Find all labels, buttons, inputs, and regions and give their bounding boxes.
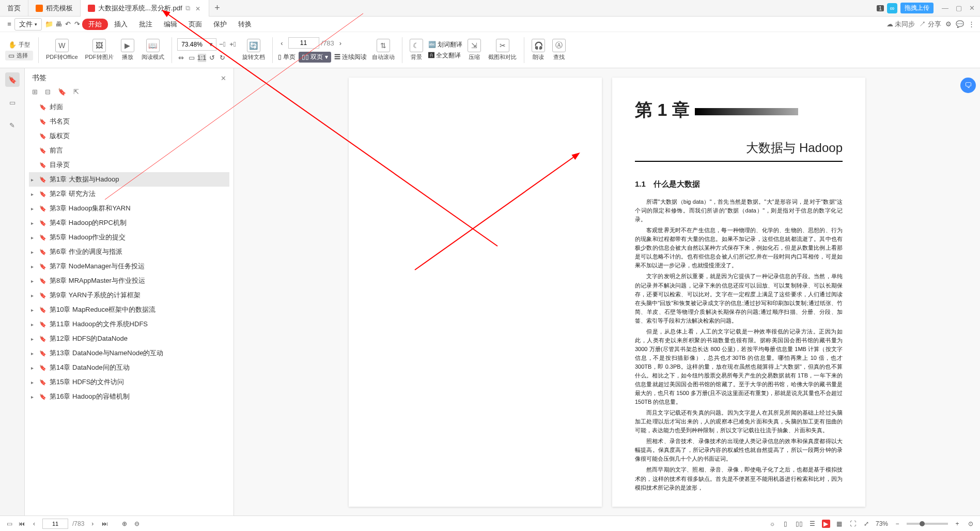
prev-page-icon[interactable]: ‹ xyxy=(278,39,286,47)
tab-pdf[interactable]: 大数据处理系统...景分析.pdf ⧉ ✕ xyxy=(81,0,209,17)
status-add-page-icon[interactable]: ⊕ xyxy=(120,520,129,528)
bookmark-item[interactable]: ▸🔖第3章 Hadoop集群和YARN xyxy=(29,201,229,216)
bookmark-item[interactable]: 🔖版权页 xyxy=(29,129,229,143)
double-page[interactable]: ▯▯ 双页 ▾ xyxy=(299,52,331,63)
zoom-combo[interactable]: ▾ xyxy=(177,38,216,51)
bookmark-item[interactable]: ▸🔖第14章 DataNode间的互动 xyxy=(29,360,229,375)
bookmark-item[interactable]: ▸🔖第11章 Hadoop的文件系统HDFS xyxy=(29,317,229,331)
panel-close-icon[interactable]: ✕ xyxy=(221,74,226,82)
bookmark-item[interactable]: ▸🔖第16章 Hadoop的容错机制 xyxy=(29,389,229,404)
continuous-read[interactable]: ☰ 连续阅读 xyxy=(334,53,367,62)
new-tab-button[interactable]: + xyxy=(209,3,226,13)
compress[interactable]: ⇲压缩 xyxy=(465,39,483,61)
status-last-icon[interactable]: ⏭ xyxy=(101,520,109,528)
page-input[interactable] xyxy=(288,37,319,49)
view-fit-icon[interactable]: ⛶ xyxy=(849,520,857,528)
menu-icon[interactable]: ≡ xyxy=(5,20,13,28)
bookmark-item[interactable]: ▸🔖第15章 HDFS的文件访问 xyxy=(29,375,229,389)
full-translate[interactable]: 🅰 全文翻译 xyxy=(428,51,462,60)
single-page[interactable]: ▯ 单页 xyxy=(278,53,295,62)
bm-collapse-icon[interactable]: ⊟ xyxy=(45,88,51,96)
bookmark-item[interactable]: ▸🔖第9章 YARN子系统的计算框架 xyxy=(29,288,229,302)
actual-size-icon[interactable]: 1:1 xyxy=(198,54,206,62)
rail-bookmark-icon[interactable]: 🔖 xyxy=(5,72,20,87)
status-panel-icon[interactable]: ▭ xyxy=(5,520,13,528)
bookmark-item[interactable]: ▸🔖第1章 大数据与Hadoop xyxy=(29,172,229,187)
play-button[interactable]: ▶播放 xyxy=(119,39,136,61)
view-present-icon[interactable]: ▶ xyxy=(822,520,830,528)
assistant-bubble[interactable]: 🗨 xyxy=(960,78,976,93)
upload-button[interactable]: 拖拽上传 xyxy=(900,3,934,13)
status-prev-icon[interactable]: ‹ xyxy=(30,520,38,528)
menu-edit[interactable]: 编辑 xyxy=(159,18,182,31)
tab-home[interactable]: 首页 xyxy=(0,0,28,17)
menu-convert[interactable]: 转换 xyxy=(233,18,257,31)
view-full-icon[interactable]: ⤢ xyxy=(862,520,870,528)
zoom-minus-icon[interactable]: − xyxy=(893,520,901,528)
bm-goto-icon[interactable]: ⇱ xyxy=(73,88,79,96)
bookmark-item[interactable]: 🔖封面 xyxy=(29,100,229,114)
bookmark-item[interactable]: 🔖前言 xyxy=(29,143,229,158)
fit-width-icon[interactable]: ⇔ xyxy=(177,54,185,62)
menu-start[interactable]: 开始 xyxy=(82,19,108,30)
bookmark-item[interactable]: ▸🔖第7章 NodeManager与任务投运 xyxy=(29,259,229,274)
comment-icon[interactable]: 💬 xyxy=(956,20,964,28)
rail-thumbnail-icon[interactable]: ▭ xyxy=(5,95,20,110)
status-first-icon[interactable]: ⏮ xyxy=(18,520,26,528)
bookmark-item[interactable]: ▸🔖第10章 MapReduce框架中的数据流 xyxy=(29,302,229,317)
zoom-in-icon[interactable]: +⃝ xyxy=(229,40,237,49)
settings-icon[interactable]: ⚙ xyxy=(945,20,952,28)
redo-icon[interactable]: ↷ xyxy=(73,20,81,28)
find[interactable]: Ⓐ查找 xyxy=(550,39,568,61)
hand-tool[interactable]: ✋手型 xyxy=(5,40,33,50)
sync-status[interactable]: ☁ 未同步 xyxy=(886,20,915,29)
bookmark-item[interactable]: ▸🔖第13章 DataNode与NameNode的互动 xyxy=(29,346,229,360)
rotate-right-icon[interactable]: ↻ xyxy=(219,54,227,62)
view-grid-icon[interactable]: ▦ xyxy=(835,520,844,528)
rotate-doc[interactable]: 🔄旋转文档 xyxy=(240,39,267,61)
rail-attachment-icon[interactable]: ✎ xyxy=(5,118,20,132)
bookmark-item[interactable]: 🔖书名页 xyxy=(29,114,229,129)
zoom-slider[interactable] xyxy=(907,523,948,525)
auto-scroll[interactable]: ⇅自动滚动 xyxy=(370,39,397,61)
pdf-to-image[interactable]: 🖼PDF转图片 xyxy=(83,39,116,61)
bookmark-item[interactable]: ▸🔖第12章 HDFS的DataNode xyxy=(29,331,229,346)
background[interactable]: ☾背景 xyxy=(408,39,425,61)
bm-add-icon[interactable]: 🔖 xyxy=(58,88,66,96)
close-window-icon[interactable]: ✕ xyxy=(969,4,975,12)
zoom-out-icon[interactable]: −⃝ xyxy=(219,40,227,49)
zoom-input[interactable] xyxy=(178,41,207,48)
menu-page[interactable]: 页面 xyxy=(183,18,207,31)
view-single-icon[interactable]: ▯ xyxy=(782,520,790,528)
pdf-to-office[interactable]: WPDF转Office xyxy=(44,39,80,61)
menu-annotate[interactable]: 批注 xyxy=(134,18,158,31)
status-page-input[interactable] xyxy=(42,519,68,529)
speak[interactable]: 🎧朗读 xyxy=(530,39,547,61)
tab-close-icon[interactable]: ✕ xyxy=(195,5,201,11)
document-area[interactable]: 第 1 章 大数据与 Hadoop 1.1 什么是大数据 所谓"大数据（big … xyxy=(234,68,980,515)
undo-icon[interactable]: ↶ xyxy=(64,20,72,28)
bookmark-item[interactable]: ▸🔖第5章 Hadoop作业的提交 xyxy=(29,230,229,245)
view-continuous-icon[interactable]: ☰ xyxy=(808,520,817,528)
minimize-icon[interactable]: — xyxy=(942,4,948,12)
tab-template[interactable]: 稻壳模板 xyxy=(28,0,81,17)
maximize-icon[interactable]: ▢ xyxy=(956,4,962,12)
menu-protect[interactable]: 保护 xyxy=(208,18,232,31)
tab-popout-icon[interactable]: ⧉ xyxy=(185,4,190,12)
share-button[interactable]: ↗ 分享 xyxy=(919,20,941,29)
fit-page-icon[interactable]: ▭ xyxy=(188,54,196,62)
bookmark-item[interactable]: 🔖目录页 xyxy=(29,158,229,172)
word-translate[interactable]: 🔤 划词翻译 xyxy=(428,40,462,49)
view-double-icon[interactable]: ▯▯ xyxy=(795,520,803,528)
status-more-icon[interactable]: ⊙ xyxy=(967,520,975,528)
open-icon[interactable]: 📁 xyxy=(45,20,53,28)
rotate-left-icon[interactable]: ↺ xyxy=(208,54,216,62)
more-icon[interactable]: ⋮ xyxy=(968,20,975,28)
bm-expand-icon[interactable]: ⊞ xyxy=(32,88,38,96)
bookmark-item[interactable]: ▸🔖第6章 作业的调度与指派 xyxy=(29,245,229,259)
bookmark-item[interactable]: ▸🔖第2章 研究方法 xyxy=(29,187,229,201)
zoom-plus-icon[interactable]: + xyxy=(953,520,961,528)
menu-insert[interactable]: 插入 xyxy=(109,18,133,31)
bookmark-item[interactable]: ▸🔖第4章 Hadoop的RPC机制 xyxy=(29,216,229,230)
print-icon[interactable]: 🖶 xyxy=(54,20,63,28)
